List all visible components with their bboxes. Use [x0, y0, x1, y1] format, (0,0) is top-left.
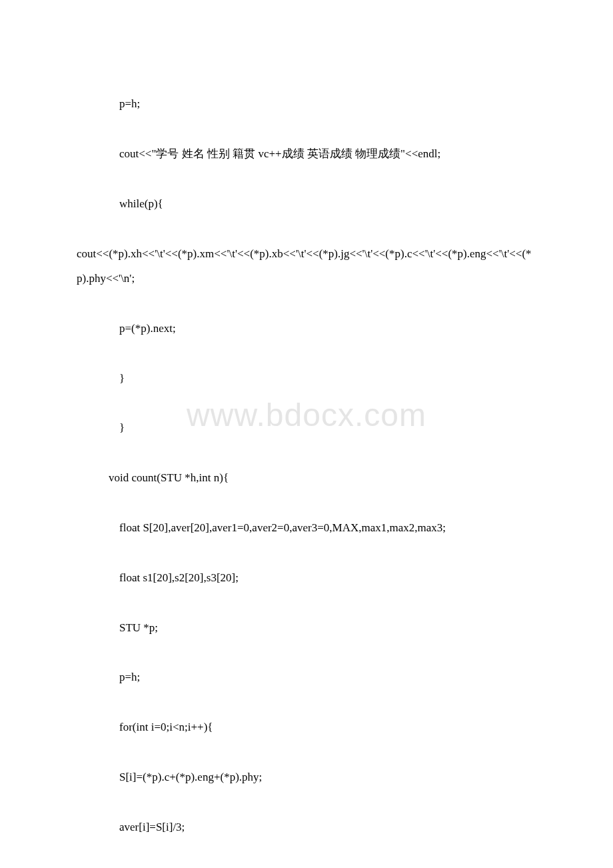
code-block: p=h; cout<<"学号 姓名 性别 籍贯 vc++成绩 英语成绩 物理成绩…: [77, 67, 536, 868]
code-line: p=(*p).next;: [77, 865, 536, 869]
code-line: S[i]=(*p).c+(*p).eng+(*p).phy;: [77, 765, 536, 789]
code-line: p=(*p).next;: [77, 316, 536, 341]
code-line: float s1[20],s2[20],s3[20];: [77, 565, 536, 590]
code-line: }: [77, 366, 536, 391]
code-line: void count(STU *h,int n){: [77, 465, 536, 490]
code-line: STU *p;: [77, 615, 536, 640]
code-line: for(int i=0;i<n;i++){: [77, 715, 536, 739]
code-line: while(p){: [77, 191, 536, 216]
code-line: float S[20],aver[20],aver1=0,aver2=0,ave…: [77, 515, 536, 540]
code-line: cout<<(*p).xh<<'\t'<<(*p).xm<<'\t'<<(*p)…: [77, 241, 536, 291]
code-line: aver[i]=S[i]/3;: [77, 815, 536, 839]
code-line: p=h;: [77, 665, 536, 689]
code-line: }: [77, 415, 536, 440]
code-line: cout<<"学号 姓名 性别 籍贯 vc++成绩 英语成绩 物理成绩"<<en…: [77, 141, 536, 166]
code-line: p=h;: [77, 91, 536, 116]
